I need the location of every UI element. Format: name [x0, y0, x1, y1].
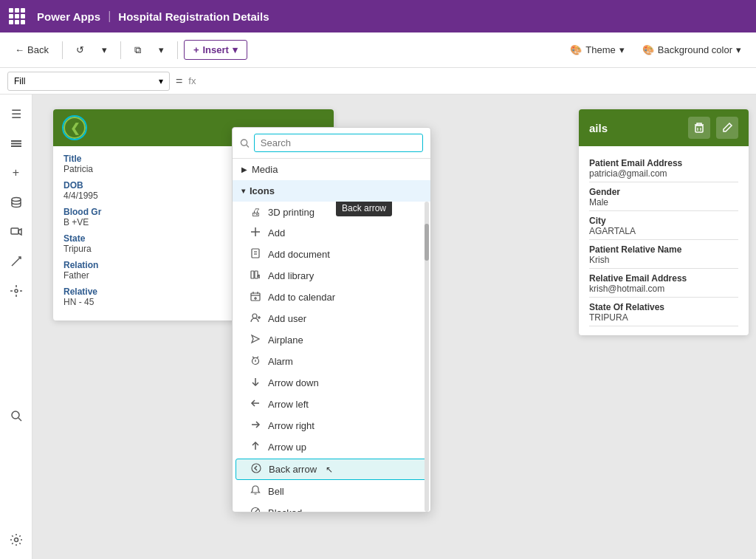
media-label: Media: [252, 164, 278, 175]
menu-item-adddoc[interactable]: Add document: [233, 244, 430, 265]
sidebar-add[interactable]: +: [3, 160, 30, 186]
svg-rect-22: [255, 271, 258, 278]
insert-button[interactable]: + Insert ▾: [184, 40, 247, 60]
plus-icon: +: [193, 44, 199, 55]
item-label: Bell: [268, 486, 284, 497]
undo-icon: ↺: [76, 44, 84, 55]
paste-dropdown-button[interactable]: ▾: [151, 41, 171, 59]
menu-item-backarrow[interactable]: Back arrow ↖: [236, 459, 427, 480]
search-input[interactable]: [254, 134, 423, 152]
icons-label: Icons: [250, 185, 275, 196]
menu-item-bell[interactable]: Bell Back arrow: [233, 481, 430, 502]
back-button[interactable]: ← Back: [7, 41, 56, 59]
back-arrow-icon: ←: [15, 44, 24, 55]
menu-item-adduser[interactable]: Add user: [233, 308, 430, 329]
search-icon: [240, 138, 250, 148]
add-user-icon: [249, 312, 262, 325]
sidebar-search[interactable]: [3, 402, 30, 429]
item-label: Arrow up: [268, 442, 306, 453]
right-panel-body: Patient Email Address patricia@gmail.com…: [579, 146, 749, 335]
chevron-down-icon: ▾: [241, 187, 245, 195]
undo-button[interactable]: ↺: [69, 41, 92, 59]
item-label: Arrow left: [268, 399, 309, 410]
menu-item-arrowright[interactable]: Arrow right: [233, 415, 430, 436]
item-label: Arrow right: [268, 420, 315, 431]
sidebar-settings[interactable]: [3, 527, 30, 553]
menu-section-icons[interactable]: ▾ Icons: [233, 180, 430, 202]
theme-icon: 🎨: [570, 44, 582, 55]
sidebar-pen[interactable]: [3, 248, 30, 275]
edit-button[interactable]: [716, 117, 738, 139]
item-label: Back arrow: [269, 464, 317, 475]
sidebar-hamburger[interactable]: ☰: [3, 100, 30, 127]
bgcolor-button[interactable]: 🎨 Background color ▾: [635, 41, 749, 59]
item-label: Arrow down: [268, 377, 319, 388]
svg-line-37: [257, 357, 259, 358]
back-arrow-icon: [250, 463, 263, 476]
main-area: ☰ + ❮ Tit: [0, 95, 756, 559]
item-label: 3D printing: [268, 207, 315, 218]
insert-chevron-icon: ▾: [233, 44, 238, 55]
menu-item-addlib[interactable]: Add library: [233, 265, 430, 287]
bgcolor-icon: 🎨: [642, 44, 654, 55]
sidebar-data[interactable]: [3, 189, 30, 216]
canvas: ❮ Title Patricia DOB 4/4/1995 Blood Gr B…: [32, 95, 756, 559]
arrow-left-icon: [249, 398, 262, 411]
sidebar-media[interactable]: [3, 219, 30, 245]
app-name: Power Apps: [37, 10, 100, 23]
back-circle-button[interactable]: ❮: [63, 117, 86, 139]
copy-button[interactable]: ⧉: [127, 41, 148, 60]
insert-label: Insert: [203, 44, 229, 55]
svg-marker-5: [18, 229, 21, 235]
panel-title: ails: [589, 122, 608, 134]
svg-rect-4: [11, 228, 18, 234]
blocked-icon: [249, 507, 262, 512]
bgcolor-label: Background color: [658, 44, 732, 55]
svg-rect-11: [695, 126, 703, 132]
menu-item-blocked[interactable]: Blocked: [233, 502, 430, 512]
sidebar-tools[interactable]: [3, 278, 30, 304]
menu-item-3dprinting[interactable]: 🖨 3D printing: [233, 202, 430, 222]
chevron-down-icon: ▾: [102, 44, 107, 55]
scrollbar-track[interactable]: [425, 202, 429, 512]
formula-equals: =: [176, 75, 182, 88]
svg-point-10: [14, 538, 18, 542]
menu-item-alarm[interactable]: Alarm: [233, 351, 430, 372]
title-separator: |: [108, 10, 111, 23]
formula-dropdown[interactable]: Fill ▾: [7, 72, 170, 91]
cursor-icon: ↖: [326, 464, 333, 475]
menu-item-arrowdown[interactable]: Arrow down: [233, 372, 430, 394]
item-label: Airplane: [268, 335, 303, 346]
add-cal-icon: [249, 291, 262, 303]
menu-item-arrowup[interactable]: Arrow up: [233, 436, 430, 458]
divider-2: [120, 41, 121, 59]
divider-3: [177, 41, 178, 59]
right-panel-header: ails: [579, 109, 749, 146]
menu-item-addcal[interactable]: Add to calendar: [233, 287, 430, 308]
svg-point-31: [252, 314, 257, 318]
bell-icon: [249, 485, 262, 498]
theme-button[interactable]: 🎨 Theme ▾: [563, 41, 631, 59]
toolbar-right: 🎨 Theme ▾ 🎨 Background color ▾: [563, 41, 749, 59]
airplane-icon: [249, 334, 262, 346]
svg-rect-2: [11, 145, 21, 147]
app-grid-icon[interactable]: [9, 8, 25, 24]
insert-dropdown-menu: ▶ Media ▾ Icons 🖨 3D printing Add: [232, 127, 431, 512]
arrow-right-icon: [249, 419, 262, 432]
menu-section-media[interactable]: ▶ Media: [233, 159, 430, 180]
add-icon: [249, 227, 262, 239]
menu-item-add[interactable]: Add: [233, 222, 430, 244]
copy-icon: ⧉: [134, 44, 141, 56]
formulabar: Fill ▾ = fx: [0, 68, 756, 95]
menu-item-airplane[interactable]: Airplane: [233, 329, 430, 351]
scrollbar-thumb[interactable]: [425, 224, 429, 261]
svg-line-45: [252, 509, 258, 512]
menu-item-arrowleft[interactable]: Arrow left: [233, 394, 430, 415]
printing-icon: 🖨: [249, 206, 262, 218]
delete-button[interactable]: [688, 117, 710, 139]
search-box: [233, 128, 430, 159]
sidebar-layers[interactable]: [3, 130, 30, 157]
undo-dropdown-button[interactable]: ▾: [94, 41, 114, 59]
svg-line-6: [12, 257, 21, 266]
svg-point-42: [252, 464, 261, 473]
